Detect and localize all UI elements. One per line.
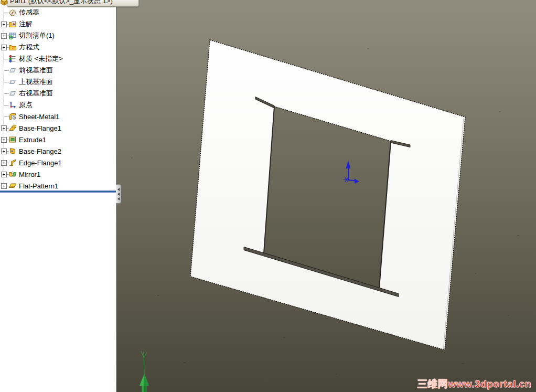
svg-text:Σ: Σ: [12, 45, 15, 50]
plane-icon: [8, 78, 17, 86]
feature-tree-root[interactable]: Part1 (默认<<默认>_显示状态 1>): [7, 0, 139, 7]
tree-item-label: 切割清单(1): [19, 31, 55, 40]
tree-item-label: Mirror1: [19, 171, 40, 178]
tree-item-label: 前视基准面: [19, 66, 53, 75]
collapse-arrow-icon: [117, 193, 120, 196]
plane-icon: [8, 89, 17, 98]
tree-item-edge-flange1[interactable]: Edge-Flange1: [0, 157, 116, 168]
tree-item-label: Base-Flange2: [19, 147, 61, 155]
panel-splitter-handle[interactable]: [116, 184, 121, 204]
rollback-bar[interactable]: [0, 190, 116, 193]
expand-toggle-icon[interactable]: [1, 125, 7, 131]
tree-item-top-plane[interactable]: 上视基准面: [0, 76, 116, 88]
material-icon: [8, 55, 17, 63]
plane-icon: [8, 66, 17, 75]
tree-item-sensors[interactable]: 传感器: [0, 7, 116, 18]
expand-toggle-icon[interactable]: [1, 33, 7, 39]
flat-pattern-icon: [8, 182, 17, 190]
graphics-area[interactable]: 三维网www.3dportal.cn: [116, 0, 536, 392]
expand-toggle-icon[interactable]: [1, 183, 7, 189]
tree-connector: [4, 93, 9, 94]
tree-item-equations[interactable]: Σ方程式: [0, 41, 116, 53]
expand-toggle-icon[interactable]: [1, 137, 7, 143]
tree-item-label: Base-Flange1: [19, 124, 61, 132]
tree-item-label: 注解: [19, 19, 33, 29]
tree-item-cut-list[interactable]: 切割清单(1): [0, 30, 116, 41]
extrude-icon: [8, 135, 17, 144]
feature-tree: 传感器A注解切割清单(1)Σ方程式材质 <未指定>前视基准面上视基准面右视基准面…: [0, 7, 116, 192]
tree-item-label: Edge-Flange1: [19, 159, 62, 167]
tree-item-origin[interactable]: 原点: [0, 99, 116, 111]
tree-item-right-plane[interactable]: 右视基准面: [0, 88, 116, 99]
base-flange2-icon: [8, 147, 17, 155]
tree-connector: [4, 82, 9, 82]
tree-item-label: 右视基准面: [19, 89, 53, 98]
tree-connector: [4, 59, 9, 59]
feature-tree-root-label: Part1 (默认<<默认>_显示状态 1>): [10, 0, 113, 5]
tree-item-label: Extrude1: [19, 136, 46, 144]
tree-item-extrude1[interactable]: Extrude1: [0, 134, 116, 145]
expand-toggle-icon[interactable]: [1, 160, 7, 166]
tree-item-base-flange2[interactable]: Base-Flange2: [0, 145, 116, 157]
mirror-icon: [8, 170, 17, 178]
tree-item-base-flange1[interactable]: Base-Flange1: [0, 122, 116, 134]
tree-item-label: 材质 <未指定>: [19, 54, 63, 63]
watermark: 三维网www.3dportal.cn: [417, 377, 531, 391]
part-icon: [0, 0, 8, 6]
tree-connector: [4, 105, 9, 105]
tree-item-material[interactable]: 材质 <未指定>: [0, 53, 116, 65]
svg-text:A: A: [13, 22, 15, 26]
edge-flange-icon: [8, 158, 17, 167]
tree-item-label: 方程式: [19, 43, 39, 52]
tree-item-flat-pattern1[interactable]: Flat-Pattern1: [0, 180, 116, 192]
expand-toggle-icon[interactable]: [1, 149, 7, 154]
equations-folder-icon: Σ: [8, 43, 17, 51]
tree-item-label: Flat-Pattern1: [19, 182, 58, 190]
tree-item-label: 传感器: [19, 8, 39, 17]
tree-item-sheet-metal1[interactable]: Sheet-Metal1: [0, 111, 116, 122]
expand-toggle-icon[interactable]: [1, 45, 7, 50]
collapse-arrow-icon: [117, 197, 120, 200]
tree-item-label: 上视基准面: [19, 77, 53, 87]
sheet-metal-icon: [8, 112, 17, 121]
tree-connector: [4, 116, 9, 117]
tree-connector: [4, 70, 9, 71]
feature-manager-panel: Part1 (默认<<默认>_显示状态 1>) 传感器A注解切割清单(1)Σ方程…: [0, 0, 116, 392]
base-flange-icon: [8, 124, 17, 132]
tree-item-label: Sheet-Metal1: [19, 113, 59, 121]
tree-item-label: 原点: [19, 100, 33, 110]
cut-list-icon: [8, 31, 17, 40]
tree-item-mirror1[interactable]: Mirror1: [0, 168, 116, 180]
expand-toggle-icon[interactable]: [1, 22, 7, 27]
annotations-folder-icon: A: [8, 20, 17, 28]
sensor-icon: [8, 8, 17, 17]
tree-connector: [4, 13, 9, 13]
tree-item-annotations[interactable]: A注解: [0, 18, 116, 30]
origin-icon: [8, 101, 17, 109]
collapse-arrow-icon: [117, 188, 120, 191]
tree-item-front-plane[interactable]: 前视基准面: [0, 65, 116, 76]
expand-toggle-icon[interactable]: [1, 172, 7, 177]
viewport-canvas[interactable]: [116, 0, 536, 392]
